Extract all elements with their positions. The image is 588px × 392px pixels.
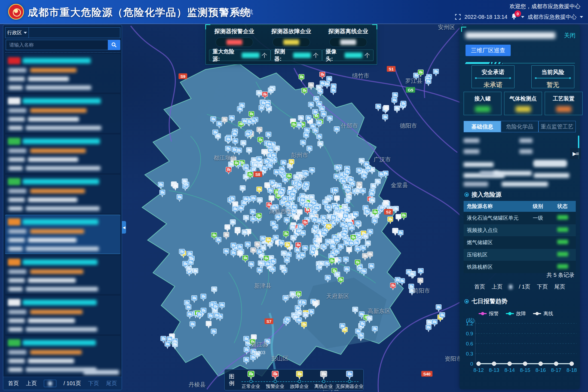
- map-legend: 图例 正常企业 预警企业 故障企业 离线企业 无探测器企业: [224, 369, 364, 390]
- current-risk-label: 当前风险: [532, 68, 574, 76]
- map-pin-icon: [346, 371, 353, 379]
- tab-危险化学品[interactable]: 危险化学品: [501, 121, 538, 132]
- chevron-down-icon: [24, 32, 27, 34]
- city-label: 蒲江县: [251, 341, 268, 348]
- table-row[interactable]: 燃气储罐区: [464, 236, 576, 249]
- svg-text:8-17: 8-17: [551, 367, 561, 373]
- list-pagination: 首页 上页 / 101页 下页 尾页: [3, 377, 122, 390]
- fullscreen-icon[interactable]: [455, 14, 461, 20]
- road-label: S1: [387, 66, 396, 72]
- svg-text:8-12: 8-12: [473, 367, 484, 373]
- pagination-page-input[interactable]: [44, 380, 56, 387]
- search-input[interactable]: [6, 40, 108, 50]
- region-dropdown-label: 行政区: [7, 29, 22, 36]
- system-nav-label: 系统导航: [230, 8, 253, 16]
- chevron-down-icon[interactable]: [580, 16, 583, 18]
- sidebar-collapse-button[interactable]: ◀: [122, 221, 126, 234]
- notifications-button[interactable]: 0: [511, 13, 518, 21]
- map-pin-icon: [320, 371, 327, 379]
- region-value-area[interactable]: [29, 27, 120, 38]
- sidebar: 行政区: [3, 25, 122, 390]
- system-nav-button[interactable]: 系统导航: [223, 8, 253, 16]
- pagination-last[interactable]: 尾页: [554, 283, 565, 290]
- pagination-next[interactable]: 下页: [88, 380, 99, 387]
- detail-stat-box: 气体检测点: [504, 92, 542, 115]
- page-title: 成都市重大危险源（危险化学品）监测预警系统: [28, 6, 251, 19]
- record-count-blurred: [84, 370, 119, 375]
- svg-text:0.9: 0.9: [466, 331, 473, 336]
- road-label: S7: [265, 318, 273, 324]
- app-root: 安州区汶川县绵竹市罗江县什邡市德阳市广汉市彭州市都江堰市金堂县高新西区新津县天府…: [0, 0, 588, 392]
- detail-stat-box: 接入罐: [464, 92, 501, 115]
- chevron-down-icon[interactable]: [521, 16, 524, 18]
- tab-基础信息[interactable]: 基础信息: [464, 121, 501, 132]
- city-label: 新津县: [254, 282, 271, 290]
- pagination-total: / 101页: [63, 380, 81, 387]
- table-header: 级别: [529, 201, 554, 212]
- counter-box: 摄像头: 个: [322, 50, 373, 61]
- pagination-page-blurred: [509, 285, 512, 289]
- svg-text:1.2: 1.2: [466, 321, 473, 326]
- company-card[interactable]: [5, 296, 120, 334]
- company-card[interactable]: [5, 336, 120, 375]
- search-icon: [111, 42, 117, 48]
- basic-info-blurred: [464, 136, 572, 191]
- company-card[interactable]: [5, 215, 120, 254]
- company-card[interactable]: [5, 54, 120, 93]
- road-label: S40: [421, 371, 433, 377]
- table-header: 危险源名称: [464, 201, 529, 212]
- legend-item: 故障企业: [287, 369, 311, 390]
- table-row[interactable]: 液化石油气储罐区单元一级: [464, 212, 576, 224]
- company-card[interactable]: [5, 94, 120, 133]
- road-label: S2: [384, 209, 393, 215]
- company-card[interactable]: [5, 255, 120, 294]
- svg-text:8-13: 8-13: [489, 367, 499, 373]
- company-card[interactable]: [5, 175, 120, 213]
- city-label: 彭山区: [271, 355, 289, 362]
- map-pin-icon: [296, 371, 303, 379]
- table-row[interactable]: 压缩机区: [464, 249, 576, 261]
- stat-group: 探测器故障企业: [271, 27, 311, 47]
- city-label: 安州区: [438, 23, 455, 31]
- radio-bullet-icon: [464, 192, 469, 197]
- stat-group: 探测器报警企业: [214, 27, 254, 47]
- pagination-last[interactable]: 尾页: [106, 380, 117, 387]
- 3d-tour-button[interactable]: 三维厂区巡查: [465, 45, 511, 56]
- road-label: G4202: [284, 293, 302, 300]
- tab-重点监管工艺[interactable]: 重点监管工艺: [538, 121, 576, 132]
- org-name: 成都市应急救援中心: [528, 13, 577, 21]
- pagination-first[interactable]: 首页: [8, 380, 19, 387]
- city-label: 都江堰市: [213, 154, 236, 162]
- city-label: 广汉市: [374, 156, 391, 163]
- legend-item: 无探测器企业: [336, 369, 363, 390]
- stat-label: 探测器故障企业: [271, 27, 311, 35]
- stat-value-blurred: [216, 38, 253, 47]
- city-label: 高新西区: [269, 208, 292, 215]
- legend-item: 离线企业: [311, 369, 336, 390]
- road-label: G4203: [249, 350, 267, 356]
- company-title-blurred: [465, 32, 555, 39]
- pagination-prev[interactable]: 上页: [26, 380, 37, 387]
- search-button[interactable]: [108, 40, 120, 50]
- pagination-next[interactable]: 下页: [537, 283, 548, 290]
- pagination-first[interactable]: 首页: [474, 283, 485, 290]
- expand-panel-button[interactable]: ▶≡: [570, 148, 581, 159]
- trend-chart: 00.30.60.91.28-128-138-148-158-168-178-1…: [460, 315, 580, 383]
- close-button[interactable]: 关闭: [564, 32, 575, 39]
- svg-text:8-16: 8-16: [535, 367, 546, 373]
- stat-label: 探测器离线企业: [328, 27, 368, 35]
- svg-text:0.6: 0.6: [466, 341, 473, 347]
- pagination-prev[interactable]: 上页: [492, 283, 503, 290]
- region-dropdown[interactable]: 行政区: [5, 27, 29, 38]
- legend-item: 正常企业: [239, 369, 263, 390]
- sources-pagination: 首页 上页 / 1页 下页 尾页: [460, 283, 580, 290]
- hazard-sources-table: 危险源名称级别状态 液化石油气储罐区单元一级视频接入点位燃气储罐区压缩机区铁路栈…: [464, 201, 576, 273]
- current-risk-value: 暂无: [532, 81, 574, 89]
- divider: [5, 52, 120, 53]
- city-label: 德阳市: [400, 122, 417, 130]
- safety-commit-value: 未承诺: [472, 81, 514, 89]
- radio-bullet-icon: [464, 299, 469, 304]
- company-card[interactable]: [5, 134, 120, 173]
- table-row[interactable]: 视频接入点位: [464, 224, 576, 236]
- road-label: G5: [406, 87, 415, 93]
